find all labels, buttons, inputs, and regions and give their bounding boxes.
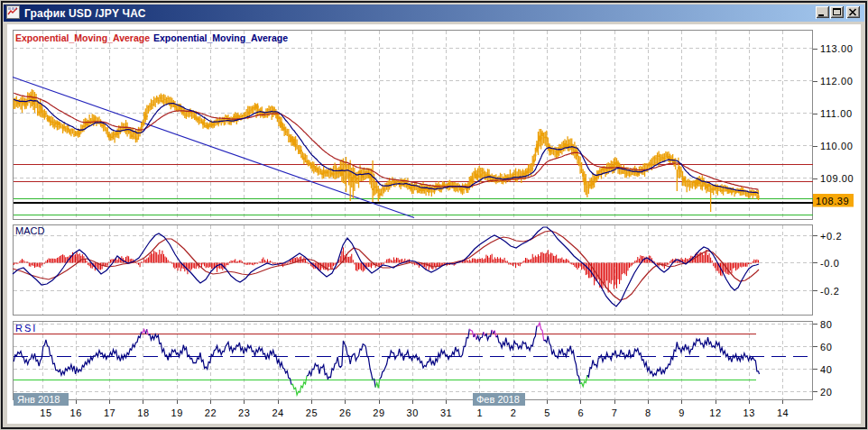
svg-text:RSI: RSI (15, 323, 37, 334)
svg-text:23: 23 (238, 407, 250, 418)
svg-text:110.00: 110.00 (820, 141, 853, 151)
svg-text:29: 29 (373, 407, 384, 418)
svg-text:2: 2 (511, 407, 517, 418)
svg-text:-0.0: -0.0 (820, 258, 839, 269)
svg-text:26: 26 (339, 407, 351, 418)
svg-text:112.00: 112.00 (820, 76, 853, 87)
svg-text:19: 19 (171, 407, 182, 418)
svg-text:60: 60 (820, 342, 832, 352)
svg-text:30: 30 (407, 407, 419, 418)
svg-text:108.39: 108.39 (816, 196, 849, 206)
svg-text:31: 31 (440, 407, 452, 418)
svg-text:111.00: 111.00 (820, 108, 853, 119)
svg-text:20: 20 (820, 387, 832, 398)
svg-text:+0.2: +0.2 (820, 231, 842, 242)
svg-text:MACD: MACD (15, 225, 44, 236)
svg-text:80: 80 (820, 319, 832, 330)
svg-text:6: 6 (577, 407, 584, 418)
svg-text:5: 5 (544, 407, 550, 418)
svg-text:15: 15 (40, 407, 51, 418)
svg-text:22: 22 (205, 407, 217, 418)
svg-text:25: 25 (306, 407, 318, 418)
svg-text:Exponential_Moving_Average: Exponential_Moving_Average (15, 32, 150, 43)
svg-text:1: 1 (477, 407, 484, 418)
svg-text:Янв 2018: Янв 2018 (17, 394, 60, 405)
svg-text:18: 18 (137, 407, 149, 418)
svg-text:7: 7 (612, 407, 618, 418)
svg-text:40: 40 (820, 364, 832, 375)
svg-text:16: 16 (70, 407, 82, 418)
svg-text:113.00: 113.00 (820, 43, 853, 54)
svg-text:-0.2: -0.2 (820, 286, 839, 297)
svg-text:17: 17 (104, 407, 115, 418)
svg-text:13: 13 (743, 407, 755, 418)
svg-text:109.00: 109.00 (820, 173, 854, 184)
svg-text:Exponential_Moving_Average: Exponential_Moving_Average (153, 32, 288, 43)
svg-text:14: 14 (777, 407, 789, 418)
svg-text:9: 9 (679, 407, 685, 418)
svg-text:Фев 2018: Фев 2018 (476, 394, 520, 405)
svg-text:8: 8 (645, 407, 651, 418)
svg-text:График USD /JPY ЧАС: График USD /JPY ЧАС (24, 7, 146, 20)
svg-text:24: 24 (272, 407, 283, 418)
svg-text:12: 12 (709, 407, 721, 418)
